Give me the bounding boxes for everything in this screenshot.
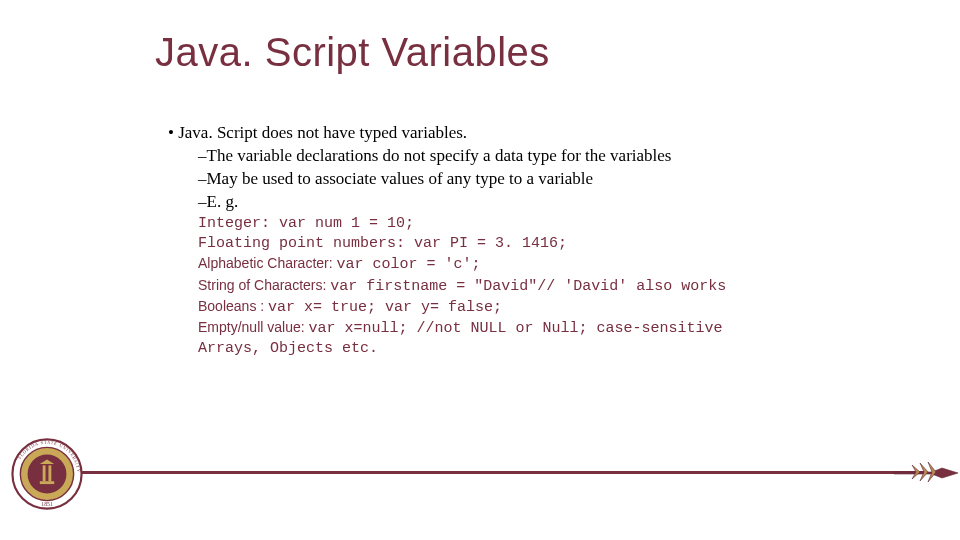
- example-char-label: Alphabetic Character:: [198, 255, 337, 271]
- bullet-main: • Java. Script does not have typed varia…: [168, 122, 888, 145]
- example-string-label: String of Characters:: [198, 277, 330, 293]
- example-arrays: Arrays, Objects etc.: [198, 339, 888, 359]
- example-string-code: var firstname = "David"// 'David' also w…: [330, 278, 726, 295]
- example-null-code: var x=null; //not NULL or Null; case-sen…: [309, 320, 723, 337]
- bullet-dash: –: [198, 192, 207, 211]
- example-boolean: Booleans : var x= true; var y= false;: [198, 297, 888, 318]
- bullet-sub1-text: The variable declarations do not specify…: [207, 146, 672, 165]
- bullet-dash: –: [198, 146, 207, 165]
- slide-title: Java. Script Variables: [155, 30, 550, 75]
- example-boolean-label: Booleans :: [198, 298, 268, 314]
- divider-rule: [82, 471, 925, 474]
- bullet-sub2-text: May be used to associate values of any t…: [207, 169, 594, 188]
- bullet-main-text: Java. Script does not have typed variabl…: [178, 123, 467, 142]
- example-char: Alphabetic Character: var color = 'c';: [198, 254, 888, 275]
- example-float: Floating point numbers: var PI = 3. 1416…: [198, 234, 888, 254]
- slide-body: • Java. Script does not have typed varia…: [168, 122, 888, 360]
- university-seal-icon: FLORIDA STATE UNIVERSITY 1851: [11, 438, 83, 510]
- example-null-label: Empty/null value:: [198, 319, 309, 335]
- bullet-dash: –: [198, 169, 207, 188]
- bullet-sub2: –May be used to associate values of any …: [198, 168, 888, 191]
- seal-year: 1851: [41, 501, 53, 507]
- example-boolean-code: var x= true; var y= false;: [268, 299, 502, 316]
- example-char-code: var color = 'c';: [337, 256, 481, 273]
- bullet-sub3-text: E. g.: [207, 192, 239, 211]
- bullet-dot: •: [168, 123, 178, 142]
- examples-block: Integer: var num 1 = 10; Floating point …: [198, 214, 888, 360]
- bullet-sub1: –The variable declarations do not specif…: [198, 145, 888, 168]
- example-string: String of Characters: var firstname = "D…: [198, 276, 888, 297]
- example-integer: Integer: var num 1 = 10;: [198, 214, 888, 234]
- example-null: Empty/null value: var x=null; //not NULL…: [198, 318, 888, 339]
- bullet-sub3: –E. g.: [198, 191, 888, 214]
